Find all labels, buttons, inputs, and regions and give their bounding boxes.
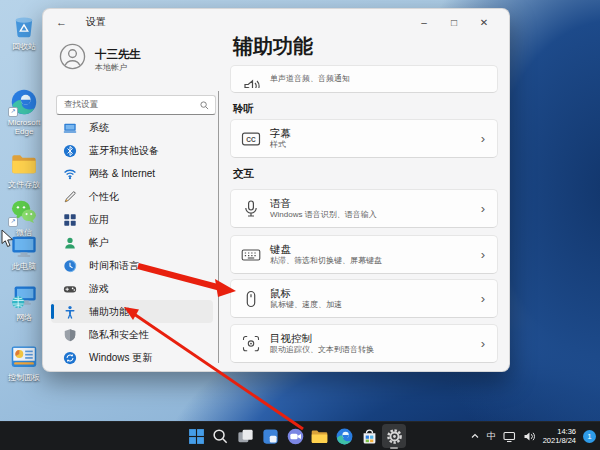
sidebar-item-time-language[interactable]: 时间和语言 bbox=[51, 254, 213, 277]
volume-icon[interactable] bbox=[523, 430, 536, 443]
tray-date: 2021/8/24 bbox=[543, 436, 576, 445]
settings-card-speech[interactable]: 语音Windows 语音识别、语音输入› bbox=[230, 189, 498, 228]
sidebar-item-windows-update[interactable]: Windows 更新 bbox=[51, 346, 213, 369]
account-name: 十三先生 bbox=[95, 47, 141, 62]
wechat-icon: ↗ bbox=[10, 198, 38, 226]
personalization-icon bbox=[63, 190, 77, 204]
search-button[interactable] bbox=[209, 424, 233, 448]
nav-scrollbar[interactable] bbox=[218, 91, 219, 363]
chat-icon bbox=[286, 427, 305, 446]
network-icon[interactable] bbox=[503, 430, 516, 443]
mouse-icon bbox=[241, 289, 261, 309]
desktop-icon-column: 回收站↗Microsoft Edge文件存放↗微信此电脑网络控制面板 bbox=[3, 0, 45, 420]
desktop-icon-label: Microsoft Edge bbox=[3, 118, 45, 136]
sidebar-item-label: 网络 & Internet bbox=[89, 167, 155, 181]
desktop-icon-recycle-bin[interactable]: 回收站 bbox=[3, 12, 45, 51]
accounts-icon bbox=[63, 236, 77, 250]
start-icon bbox=[187, 427, 206, 446]
chevron-right-icon: › bbox=[481, 291, 485, 306]
task-view-button[interactable] bbox=[234, 424, 258, 448]
sidebar-item-accessibility[interactable]: 辅助功能 bbox=[51, 300, 213, 323]
desktop-icon-edge[interactable]: ↗Microsoft Edge bbox=[3, 88, 45, 136]
sidebar-item-system[interactable]: 系统 bbox=[51, 116, 213, 139]
card-subtitle: 单声道音频、音频通知 bbox=[270, 74, 350, 84]
file-explorer-icon bbox=[310, 427, 329, 446]
chevron-right-icon: › bbox=[481, 247, 485, 262]
speech-icon bbox=[241, 199, 261, 219]
sidebar-item-label: 应用 bbox=[89, 213, 109, 227]
network-internet-icon bbox=[63, 167, 77, 181]
desktop-icon-file-folder[interactable]: 文件存放 bbox=[3, 150, 45, 189]
section-header: 交互 bbox=[233, 167, 498, 181]
search-input[interactable]: 查找设置 bbox=[56, 95, 216, 115]
taskbar-clock[interactable]: 14:36 2021/8/24 bbox=[543, 427, 576, 445]
tray-time: 14:36 bbox=[543, 427, 576, 436]
time-language-icon bbox=[63, 259, 77, 273]
start-button[interactable] bbox=[184, 424, 208, 448]
chat-button[interactable] bbox=[283, 424, 307, 448]
edge-browser-button[interactable] bbox=[333, 424, 357, 448]
sidebar-item-network-internet[interactable]: 网络 & Internet bbox=[51, 162, 213, 185]
card-title: 字幕 bbox=[270, 127, 291, 139]
taskbar-center-icons bbox=[184, 422, 406, 450]
chevron-right-icon: › bbox=[481, 131, 485, 146]
settings-button[interactable] bbox=[382, 424, 406, 448]
sidebar-item-bluetooth[interactable]: 蓝牙和其他设备 bbox=[51, 139, 213, 162]
window-controls: – □ ✕ bbox=[409, 11, 499, 33]
captions-icon: CC bbox=[241, 129, 261, 149]
settings-card-eye-control[interactable]: 目视控制眼动追踪仪、文本到语音转换› bbox=[230, 324, 498, 363]
taskbar: 中 14:36 2021/8/24 1 bbox=[0, 421, 600, 450]
sidebar-item-label: 游戏 bbox=[89, 282, 109, 296]
this-pc-icon bbox=[10, 232, 38, 260]
card-subtitle: 鼠标键、速度、加速 bbox=[270, 300, 342, 310]
card-title: 键盘 bbox=[270, 243, 382, 255]
privacy-icon bbox=[63, 328, 77, 342]
file-explorer-button[interactable] bbox=[308, 424, 332, 448]
widgets-button[interactable] bbox=[258, 424, 282, 448]
search-icon bbox=[211, 427, 230, 446]
settings-card-audio[interactable]: 单声道音频、音频通知 bbox=[230, 65, 498, 93]
window-title: 设置 bbox=[86, 15, 106, 29]
sidebar-item-label: Windows 更新 bbox=[89, 351, 152, 365]
account-type: 本地帐户 bbox=[95, 62, 127, 73]
sidebar-item-apps[interactable]: 应用 bbox=[51, 208, 213, 231]
settings-window: ← 设置 – □ ✕ 十三先生 本地帐户 查找设置 系统蓝牙和其他设备网络 & … bbox=[42, 8, 510, 372]
search-icon bbox=[200, 101, 209, 110]
recycle-bin-icon bbox=[10, 12, 38, 40]
card-subtitle: 粘滞、筛选和切换键、屏幕键盘 bbox=[270, 256, 382, 266]
store-button[interactable] bbox=[357, 424, 381, 448]
sidebar-item-accounts[interactable]: 帐户 bbox=[51, 231, 213, 254]
mouse-cursor bbox=[1, 229, 14, 248]
desktop-icon-control-panel[interactable]: 控制面板 bbox=[3, 343, 45, 382]
svg-text:CC: CC bbox=[246, 135, 256, 142]
search-placeholder: 查找设置 bbox=[64, 99, 200, 111]
sidebar-item-label: 蓝牙和其他设备 bbox=[89, 144, 159, 158]
settings-card-mouse[interactable]: 鼠标鼠标键、速度、加速› bbox=[230, 279, 498, 318]
sidebar-item-gaming[interactable]: 游戏 bbox=[51, 277, 213, 300]
store-icon bbox=[360, 427, 379, 446]
card-subtitle: Windows 语音识别、语音输入 bbox=[270, 210, 377, 220]
sidebar-item-privacy[interactable]: 隐私和安全性 bbox=[51, 323, 213, 346]
ime-indicator[interactable]: 中 bbox=[487, 430, 496, 443]
desktop-icon-label: 网络 bbox=[16, 313, 32, 322]
card-title: 语音 bbox=[270, 197, 377, 209]
back-arrow-icon[interactable]: ← bbox=[56, 16, 67, 28]
minimize-button[interactable]: – bbox=[409, 11, 439, 33]
widgets-icon bbox=[261, 427, 280, 446]
audio-icon bbox=[241, 76, 261, 88]
desktop-icon-label: 文件存放 bbox=[8, 180, 40, 189]
desktop-icon-network[interactable]: 网络 bbox=[3, 283, 45, 322]
sidebar-item-personalization[interactable]: 个性化 bbox=[51, 185, 213, 208]
section-header: 聆听 bbox=[233, 102, 498, 116]
settings-card-keyboard[interactable]: 键盘粘滞、筛选和切换键、屏幕键盘› bbox=[230, 235, 498, 274]
shortcut-arrow-icon: ↗ bbox=[8, 107, 18, 117]
settings-card-captions[interactable]: CC字幕样式› bbox=[230, 119, 498, 158]
settings-icon bbox=[385, 427, 404, 446]
maximize-button[interactable]: □ bbox=[439, 11, 469, 33]
notification-badge[interactable]: 1 bbox=[583, 430, 596, 443]
settings-content: 单声道音频、音频通知聆听CC字幕样式›交互语音Windows 语音识别、语音输入… bbox=[230, 65, 498, 363]
edge-browser-icon bbox=[335, 427, 354, 446]
close-button[interactable]: ✕ bbox=[469, 11, 499, 33]
tray-expand-chevron-icon[interactable] bbox=[470, 431, 480, 441]
task-view-icon bbox=[236, 427, 255, 446]
